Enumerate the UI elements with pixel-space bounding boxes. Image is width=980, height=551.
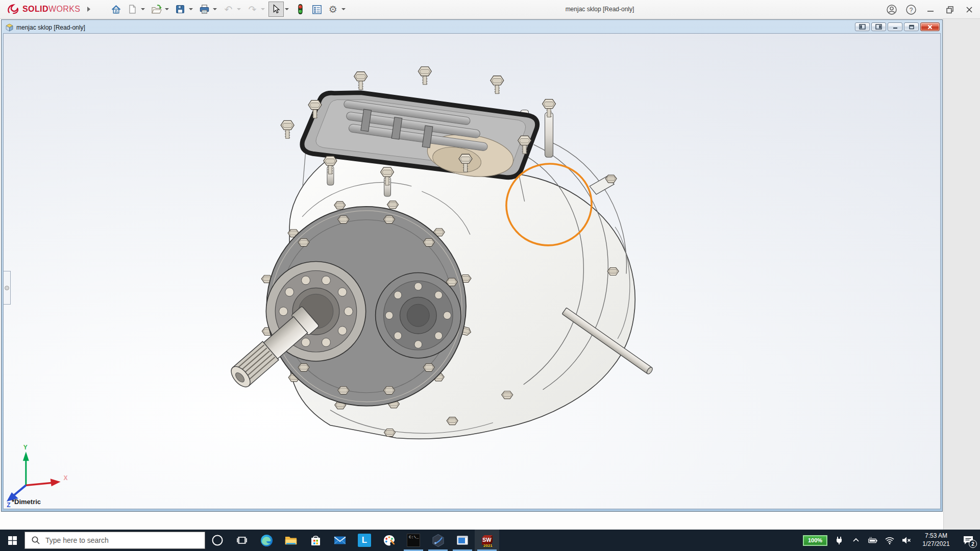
l-app-icon: L <box>358 534 371 547</box>
toggle-left-pane-button[interactable] <box>855 22 870 31</box>
restore-icon <box>945 5 955 15</box>
windows-logo-icon <box>8 536 17 545</box>
start-button[interactable] <box>0 530 24 551</box>
taskbar-search[interactable] <box>24 532 205 549</box>
windows-taskbar: L C:\_ <box>0 530 980 551</box>
taskbar-clock[interactable]: 7:53 AM 1/27/2021 <box>918 532 954 548</box>
minimize-icon <box>925 5 936 15</box>
gearbox-assembly-3d-model: Y X Z <box>4 34 940 509</box>
open-button[interactable] <box>149 2 164 17</box>
taskbar-app-command-prompt[interactable]: C:\_ <box>401 530 426 551</box>
assembly-icon <box>5 23 14 32</box>
edge-icon <box>260 534 274 547</box>
search-input[interactable] <box>45 536 183 544</box>
toggle-left-pane-icon <box>859 24 866 30</box>
axis-label-x: X <box>64 474 68 482</box>
taskbar-app-task-view[interactable] <box>230 530 254 551</box>
open-icon <box>151 4 162 15</box>
screen: SOLIDWORKS <box>0 0 980 551</box>
toggle-right-pane-icon <box>875 24 882 30</box>
notification-badge: 2 <box>969 540 977 548</box>
notification-center-button[interactable]: 2 <box>961 534 976 547</box>
flyout-arrow-icon[interactable] <box>87 7 90 12</box>
battery-percent-indicator[interactable]: 100% <box>803 535 827 546</box>
account-button[interactable] <box>886 4 897 15</box>
close-icon <box>964 5 974 15</box>
axis-label-z: Z <box>7 502 10 509</box>
svg-text:?: ? <box>910 6 913 13</box>
taskbar-app-edrawings[interactable] <box>426 530 450 551</box>
wifi-icon[interactable] <box>885 535 895 545</box>
task-view-icon <box>236 534 248 546</box>
close-button[interactable] <box>964 4 975 15</box>
taskbar-app-microsoft-store[interactable] <box>303 530 328 551</box>
feature-pane-collapsed-tab[interactable] <box>3 271 11 305</box>
sw-year: 2021 <box>483 543 493 548</box>
home-icon <box>110 4 122 15</box>
axis-label-y: Y <box>23 444 28 451</box>
microsoft-store-icon <box>309 534 322 547</box>
bearing-cover-right <box>376 272 461 358</box>
taskbar-app-mail[interactable] <box>328 530 352 551</box>
pane-handle-dot <box>5 286 9 290</box>
paint-3d-icon <box>382 534 396 547</box>
graphics-viewport[interactable]: Y X Z *Dimetric <box>3 33 941 509</box>
command-prompt-icon: C:\_ <box>407 534 420 547</box>
taskbar-app-solidworks[interactable]: SW 2021 <box>475 530 499 551</box>
volume-muted-icon[interactable] <box>901 535 912 545</box>
edrawings-icon <box>431 534 445 547</box>
taskbar-app-paint-3d[interactable] <box>377 530 401 551</box>
save-button[interactable] <box>173 2 188 17</box>
view-orientation-label: *Dimetric <box>12 498 41 506</box>
document-title: menjac sklop [Read-only] <box>16 24 85 31</box>
home-button[interactable] <box>108 2 124 17</box>
window-title: menjac sklop [Read-only] <box>219 6 980 13</box>
brand-solid: SOLID <box>22 5 48 14</box>
brand-works: WORKS <box>48 5 80 14</box>
chevron-up-icon[interactable] <box>851 535 861 545</box>
print-button[interactable] <box>197 2 212 17</box>
usb-plug-icon[interactable] <box>834 535 844 545</box>
solidworks-2021-icon: SW 2021 <box>480 533 494 547</box>
doc-minimize-button[interactable] <box>888 22 902 31</box>
system-tray: 100% <box>803 530 980 551</box>
client-area-gap <box>943 19 980 530</box>
solidworks-logo-icon <box>6 4 20 15</box>
battery-status-icon[interactable] <box>868 535 878 545</box>
titlebar-controls: ? <box>886 0 975 19</box>
open-dropdown-caret[interactable] <box>165 8 169 10</box>
doc-close-button[interactable] <box>920 22 940 31</box>
sw-letters: SW <box>482 537 492 543</box>
new-document-icon <box>127 4 138 15</box>
taskbar-app-l-app[interactable]: L <box>352 530 377 551</box>
help-icon: ? <box>905 4 917 15</box>
clock-time: 7:53 AM <box>918 532 954 540</box>
document-titlebar[interactable]: menjac sklop [Read-only] <box>3 21 941 33</box>
taskbar-app-edge[interactable] <box>254 530 279 551</box>
new-document-button[interactable] <box>125 2 140 17</box>
minimize-button[interactable] <box>925 4 936 15</box>
print-icon <box>199 4 210 15</box>
taskbar-app-cad-viewer[interactable] <box>450 530 475 551</box>
file-explorer-icon <box>284 534 298 547</box>
toggle-right-pane-button[interactable] <box>871 22 886 31</box>
print-dropdown-caret[interactable] <box>213 8 217 10</box>
solidworks-logo: SOLIDWORKS <box>0 4 90 15</box>
mail-icon <box>333 534 347 547</box>
taskbar-app-cortana[interactable] <box>205 530 230 551</box>
workspace: menjac sklop [Read-only] <box>0 19 980 530</box>
close-icon <box>927 24 933 30</box>
document-window-controls <box>855 22 940 31</box>
search-icon <box>31 536 40 545</box>
cad-viewer-icon <box>456 534 469 547</box>
restore-button[interactable] <box>944 4 955 15</box>
save-dropdown-caret[interactable] <box>189 8 193 10</box>
account-icon <box>886 4 897 15</box>
minimize-icon <box>892 24 898 30</box>
taskbar-app-file-explorer[interactable] <box>279 530 303 551</box>
new-dropdown-caret[interactable] <box>141 8 145 10</box>
save-icon <box>175 4 186 15</box>
cortana-icon <box>211 534 224 546</box>
doc-restore-button[interactable] <box>904 22 919 31</box>
help-button[interactable]: ? <box>905 4 917 15</box>
